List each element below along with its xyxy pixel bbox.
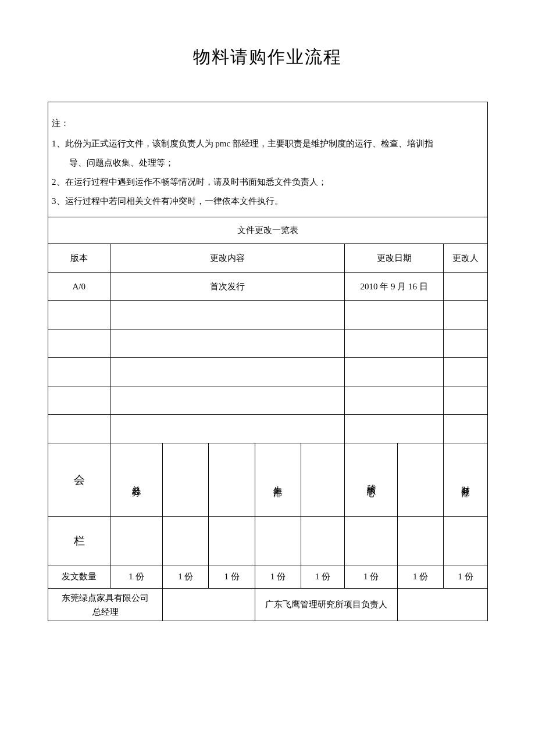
change-table: 文件更改一览表 版本 更改内容 更改日期 更改人 A/0 首次发行 2010 年… [48,217,487,621]
footer-left-line1: 东莞绿点家具有限公司 [48,591,162,605]
dispatch-label: 发文数量 [48,565,110,589]
change-table-row-1: A/0 首次发行 2010 年 9 月 16 日 [48,273,487,301]
footer-blank-1 [163,589,255,621]
signoff-cell-blank-b [209,443,255,517]
footer-right: 广东飞鹰管理研究所项目负责人 [255,589,397,621]
notes-label: 注： [52,114,484,133]
signoff-dept-1: 总经办 [110,443,163,517]
dispatch-q6: 1 份 [345,565,398,589]
signoff-dept-2: 生产部 [255,443,301,517]
change-table-empty-4 [48,386,487,415]
dispatch-row: 发文数量 1 份 1 份 1 份 1 份 1 份 1 份 1 份 1 份 [48,565,487,589]
dispatch-q3: 1 份 [209,565,255,589]
signoff-row-1: 会 总经办 生产部 稽核中心 财务部 [48,443,487,517]
signoff-row-2: 栏 [48,517,487,565]
change-table-empty-5 [48,415,487,443]
signoff-cell-blank-c [301,443,345,517]
dispatch-q7: 1 份 [397,565,443,589]
dispatch-q5: 1 份 [301,565,345,589]
signoff-cell-blank-a [163,443,209,517]
change-table-empty-3 [48,358,487,386]
change-table-title: 文件更改一览表 [48,217,487,244]
footer-row: 东莞绿点家具有限公司 总经理 广东飞鹰管理研究所项目负责人 [48,589,487,621]
footer-blank-2 [397,589,487,621]
row1-changer [444,273,487,301]
row1-version: A/0 [48,273,110,301]
row1-content: 首次发行 [110,273,345,301]
note-1a: 1、此份为正式运行文件，该制度负责人为 pmc 部经理，主要职责是维护制度的运行… [52,134,484,153]
page-title: 物料请购作业流程 [0,0,535,69]
header-version: 版本 [48,244,110,273]
signoff-side-2: 栏 [48,517,110,565]
dispatch-q1: 1 份 [110,565,163,589]
signoff-dept-4: 财务部 [444,443,487,517]
header-changer: 更改人 [444,244,487,273]
footer-left-line2: 总经理 [48,605,162,619]
note-2: 2、在运行过程中遇到运作不畅等情况时，请及时书面知悉文件负责人； [52,173,484,192]
dispatch-q2: 1 份 [163,565,209,589]
change-table-title-row: 文件更改一览表 [48,217,487,244]
footer-left: 东莞绿点家具有限公司 总经理 [48,589,163,621]
notes-section: 注： 1、此份为正式运行文件，该制度负责人为 pmc 部经理，主要职责是维护制度… [48,102,487,217]
signoff-side-1: 会 [48,443,110,517]
note-3: 3、运行过程中若同相关文件有冲突时，一律依本文件执行。 [52,192,484,211]
header-content: 更改内容 [110,244,345,273]
dispatch-q4: 1 份 [255,565,301,589]
header-date: 更改日期 [345,244,444,273]
note-1b: 导、问题点收集、处理等； [52,153,484,173]
document-frame: 注： 1、此份为正式运行文件，该制度负责人为 pmc 部经理，主要职责是维护制度… [48,102,488,621]
change-table-header-row: 版本 更改内容 更改日期 更改人 [48,244,487,273]
dispatch-q8: 1 份 [444,565,487,589]
signoff-dept-3: 稽核中心 [345,443,398,517]
row1-date: 2010 年 9 月 16 日 [345,273,444,301]
change-table-empty-2 [48,329,487,358]
signoff-cell-blank-d [397,443,443,517]
change-table-empty-1 [48,301,487,329]
